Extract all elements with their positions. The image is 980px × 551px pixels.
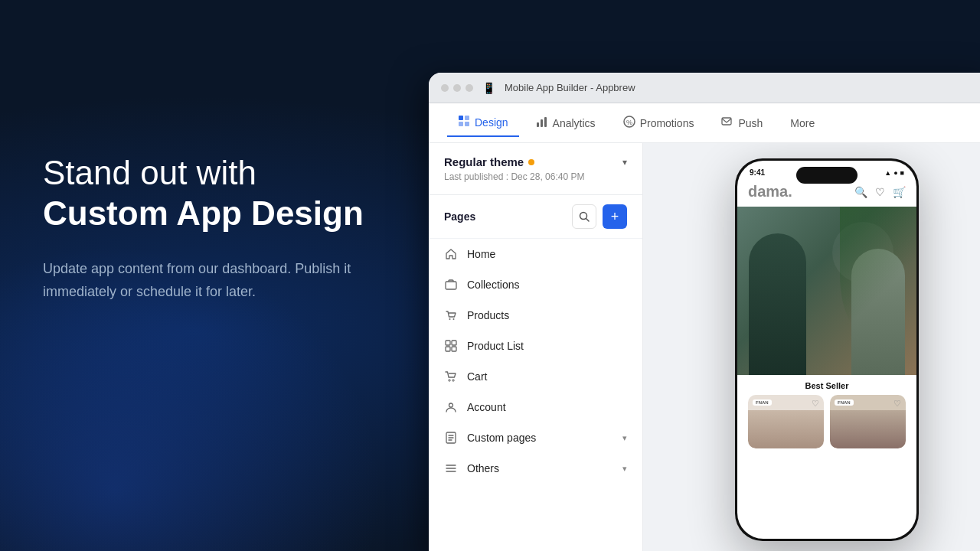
svg-point-20	[452, 380, 454, 381]
logo-text: dama.	[748, 183, 792, 200]
svg-rect-6	[544, 117, 547, 127]
main-content: Regular theme ▾ Last published : Dec 28,…	[429, 143, 980, 551]
product-list-icon	[444, 339, 458, 353]
collections-icon	[444, 278, 458, 292]
phone-notch	[796, 167, 858, 184]
search-pages-button[interactable]	[572, 204, 596, 229]
nav-item-custom-pages[interactable]: Custom pages ▾	[429, 422, 642, 453]
phone-search-icon: 🔍	[854, 186, 867, 198]
theme-row: Regular theme ▾	[444, 155, 627, 168]
theme-name: Regular theme	[444, 155, 534, 168]
phone-mockup: 9:41 ▲ ● ■ dama. 🔍	[735, 158, 919, 541]
nav-item-custom-pages-label: Custom pages	[467, 432, 613, 444]
add-page-button[interactable]: +	[603, 204, 627, 229]
svg-point-13	[449, 318, 451, 320]
nav-item-others-label: Others	[467, 462, 613, 474]
phone-cart-icon: 🛒	[893, 186, 906, 198]
phone-app-header: dama. 🔍 ♡ 🛒	[737, 180, 916, 207]
phone-preview-area: 9:41 ▲ ● ■ dama. 🔍	[643, 143, 980, 551]
nav-item-home-label: Home	[467, 248, 627, 260]
phone-hero-image	[737, 207, 916, 375]
subtext: Update app content from our dashboard. P…	[43, 257, 364, 304]
status-icons: ▲ ● ■	[884, 169, 904, 177]
nav-item-others[interactable]: Others ▾	[429, 453, 642, 484]
nav-item-account-label: Account	[467, 401, 627, 413]
product-figure-1	[748, 410, 824, 448]
nav-item-collections[interactable]: Collections	[429, 269, 642, 300]
nav-item-products[interactable]: Products	[429, 300, 642, 331]
theme-chevron-icon[interactable]: ▾	[622, 157, 627, 168]
tab-push[interactable]: Push	[710, 109, 773, 137]
cart-icon	[444, 370, 458, 383]
browser-title: Mobile App Builder - Appbrew	[505, 82, 635, 93]
wifi-icon: ●	[893, 169, 897, 177]
add-icon: +	[611, 209, 619, 225]
theme-subtitle: Last published : Dec 28, 06:40 PM	[444, 171, 627, 182]
phone-screen: 9:41 ▲ ● ■ dama. 🔍	[737, 161, 916, 539]
custom-pages-icon	[444, 431, 458, 445]
products-icon	[444, 308, 458, 322]
svg-rect-18	[452, 347, 456, 351]
svg-rect-17	[446, 347, 450, 351]
pages-actions: +	[572, 204, 627, 229]
others-icon	[444, 461, 458, 475]
phone-product-card-1: FNAN ♡	[748, 395, 824, 448]
svg-rect-3	[465, 122, 469, 126]
pages-header: Pages +	[429, 195, 642, 239]
svg-rect-12	[446, 282, 456, 289]
nav-item-account[interactable]: Account	[429, 392, 642, 422]
svg-rect-9	[722, 118, 731, 125]
product-heart-2: ♡	[893, 399, 901, 409]
phone-product-grid: FNAN ♡ FNAN ♡	[737, 395, 916, 448]
svg-rect-15	[446, 341, 450, 345]
browser-dot-red	[441, 84, 449, 92]
tab-design-label: Design	[475, 116, 508, 129]
status-time: 9:41	[750, 168, 765, 177]
others-chevron-icon: ▾	[622, 464, 627, 474]
svg-point-19	[449, 380, 450, 381]
svg-rect-4	[537, 122, 539, 127]
nav-item-collections-label: Collections	[467, 279, 627, 291]
svg-line-11	[586, 219, 590, 222]
svg-rect-0	[459, 116, 463, 120]
design-icon	[458, 115, 470, 130]
pages-label: Pages	[444, 210, 475, 223]
promotions-icon: %	[623, 116, 635, 131]
hero-figure-left	[749, 233, 806, 375]
headline: Stand out with Custom App Design	[43, 153, 410, 234]
browser-dot-yellow	[453, 84, 461, 92]
browser-dots	[441, 84, 473, 92]
nav-item-cart-label: Cart	[467, 370, 627, 383]
nav-item-product-list-label: Product List	[467, 340, 627, 352]
analytics-icon	[536, 116, 548, 131]
tab-more-label: More	[790, 117, 815, 129]
theme-header: Regular theme ▾ Last published : Dec 28,…	[429, 143, 642, 195]
tab-analytics-label: Analytics	[553, 117, 596, 129]
tab-design[interactable]: Design	[447, 109, 519, 137]
account-icon	[444, 400, 458, 414]
svg-point-21	[449, 403, 453, 407]
svg-point-14	[453, 318, 455, 320]
tab-promotions-label: Promotions	[640, 117, 694, 129]
custom-pages-chevron-icon: ▾	[622, 433, 627, 443]
theme-status-dot	[528, 159, 534, 165]
browser-favicon: 📱	[482, 82, 495, 94]
tab-more[interactable]: More	[779, 109, 825, 137]
svg-rect-1	[465, 116, 469, 120]
svg-rect-5	[541, 119, 543, 127]
left-panel: Stand out with Custom App Design Update …	[43, 153, 410, 304]
product-brand-1: FNAN	[753, 399, 772, 406]
nav-item-product-list[interactable]: Product List	[429, 331, 642, 361]
home-icon	[444, 247, 458, 261]
headline-line2: Custom App Design	[43, 194, 410, 234]
tab-analytics[interactable]: Analytics	[525, 109, 606, 137]
product-figure-2	[830, 410, 906, 448]
sidebar: Regular theme ▾ Last published : Dec 28,…	[429, 143, 643, 551]
phone-product-card-2: FNAN ♡	[830, 395, 906, 448]
headline-line1: Stand out with	[43, 154, 256, 191]
product-brand-2: FNAN	[835, 399, 854, 406]
nav-item-cart[interactable]: Cart	[429, 361, 642, 392]
nav-item-home[interactable]: Home	[429, 239, 642, 269]
tab-promotions[interactable]: % Promotions	[612, 109, 705, 137]
battery-icon: ■	[900, 169, 904, 177]
